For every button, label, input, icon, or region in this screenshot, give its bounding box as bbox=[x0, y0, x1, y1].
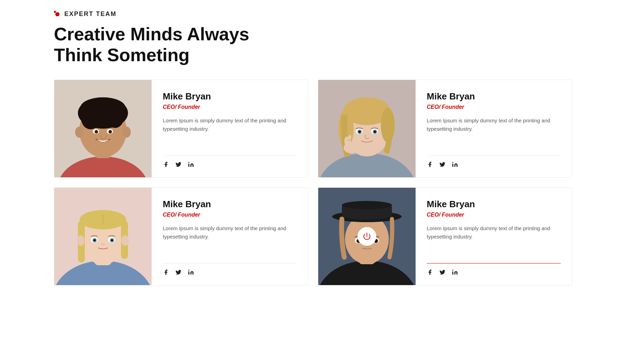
team-card-image-4 bbox=[318, 188, 416, 285]
team-card-image-1 bbox=[54, 80, 152, 177]
svg-point-49 bbox=[121, 235, 129, 246]
tag-icon bbox=[54, 11, 61, 18]
svg-rect-31 bbox=[347, 139, 350, 141]
team-card-image-2 bbox=[318, 80, 416, 177]
svg-point-13 bbox=[75, 127, 83, 138]
page-wrapper: EXPERT TEAM Creative Minds Always Think … bbox=[0, 0, 626, 306]
team-card-info-2: Mike Bryan CEO/ Founder Lorem Ipsum is s… bbox=[416, 80, 572, 177]
team-card-info-1: Mike Bryan CEO/ Founder Lorem Ipsum is s… bbox=[152, 80, 308, 177]
team-card-info-3: Mike Bryan CEO/ Founder Lorem Ipsum is s… bbox=[152, 188, 308, 285]
linkedin-link-4[interactable] bbox=[452, 269, 458, 275]
member-role-1: CEO/ Founder bbox=[163, 104, 297, 110]
social-links-4 bbox=[427, 263, 561, 275]
svg-point-28 bbox=[359, 131, 361, 133]
svg-point-14 bbox=[122, 127, 131, 138]
play-overlay-button[interactable] bbox=[358, 227, 376, 246]
social-links-1 bbox=[163, 155, 297, 168]
member-name-1: Mike Bryan bbox=[163, 91, 297, 102]
svg-point-46 bbox=[111, 239, 113, 241]
title-line2: Think Someting bbox=[54, 45, 190, 65]
member-name-2: Mike Bryan bbox=[427, 91, 561, 102]
svg-point-32 bbox=[452, 162, 454, 163]
svg-point-15 bbox=[188, 162, 190, 163]
member-name-4: Mike Bryan bbox=[427, 199, 561, 210]
member-bio-3: Lorem Ipsum is simply dummy text of the … bbox=[163, 224, 297, 241]
section-label: EXPERT TEAM bbox=[64, 10, 117, 18]
linkedin-link-3[interactable] bbox=[188, 269, 194, 275]
svg-point-8 bbox=[80, 97, 126, 118]
team-grid: Mike Bryan CEO/ Founder Lorem Ipsum is s… bbox=[54, 80, 572, 285]
svg-point-68 bbox=[452, 269, 454, 270]
member-name-3: Mike Bryan bbox=[163, 199, 297, 210]
facebook-link-1[interactable] bbox=[163, 161, 169, 168]
linkedin-link-2[interactable] bbox=[452, 161, 458, 168]
member-bio-1: Lorem Ipsum is simply dummy text of the … bbox=[163, 116, 297, 133]
team-card-2: Mike Bryan CEO/ Founder Lorem Ipsum is s… bbox=[318, 80, 572, 178]
team-card-4: Mike Bryan CEO/ Founder Lorem Ipsum is s… bbox=[318, 187, 572, 285]
member-role-4: CEO/ Founder bbox=[427, 212, 561, 218]
member-role-2: CEO/ Founder bbox=[427, 104, 561, 110]
twitter-link-4[interactable] bbox=[439, 269, 446, 275]
facebook-link-2[interactable] bbox=[427, 161, 433, 168]
svg-point-60 bbox=[342, 201, 392, 209]
svg-point-29 bbox=[374, 131, 376, 133]
team-card-3: Mike Bryan CEO/ Founder Lorem Ipsum is s… bbox=[54, 187, 308, 285]
svg-point-50 bbox=[188, 269, 190, 270]
twitter-link-3[interactable] bbox=[175, 269, 182, 275]
social-links-2 bbox=[427, 155, 561, 168]
team-card-info-4: Mike Bryan CEO/ Founder Lorem Ipsum is s… bbox=[416, 188, 572, 285]
section-tag: EXPERT TEAM bbox=[54, 10, 572, 18]
section-title: Creative Minds Always Think Someting bbox=[54, 24, 572, 66]
team-card-1: Mike Bryan CEO/ Founder Lorem Ipsum is s… bbox=[54, 80, 308, 178]
facebook-link-3[interactable] bbox=[163, 269, 169, 275]
svg-point-48 bbox=[77, 235, 85, 246]
title-line1: Creative Minds Always bbox=[54, 24, 249, 44]
svg-point-12 bbox=[109, 130, 112, 134]
svg-point-45 bbox=[94, 239, 96, 241]
svg-point-47 bbox=[101, 243, 105, 246]
svg-point-11 bbox=[95, 130, 98, 134]
member-bio-2: Lorem Ipsum is simply dummy text of the … bbox=[427, 116, 561, 133]
member-bio-4: Lorem Ipsum is simply dummy text of the … bbox=[427, 224, 561, 241]
team-card-image-3 bbox=[54, 188, 152, 285]
member-role-3: CEO/ Founder bbox=[163, 212, 297, 218]
social-links-3 bbox=[163, 263, 297, 275]
twitter-link-2[interactable] bbox=[439, 161, 446, 168]
twitter-link-1[interactable] bbox=[175, 161, 182, 168]
linkedin-link-1[interactable] bbox=[188, 161, 194, 168]
facebook-link-4[interactable] bbox=[427, 269, 433, 275]
